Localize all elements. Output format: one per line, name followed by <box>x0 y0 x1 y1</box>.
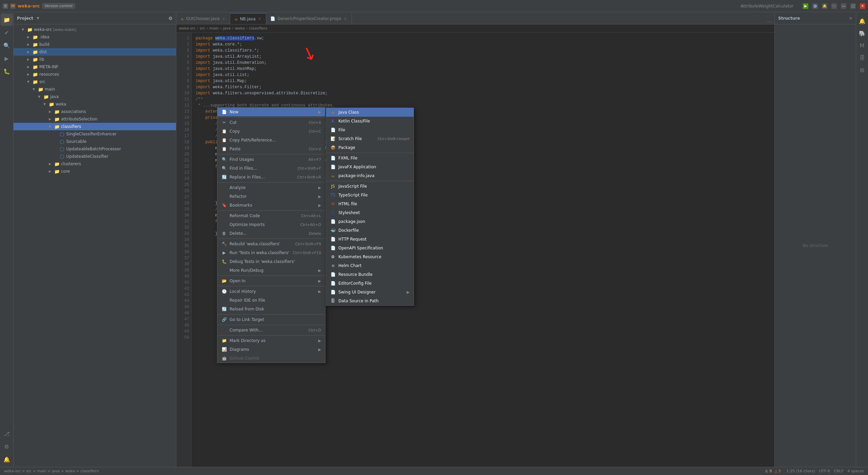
breadcrumb-part-4[interactable]: java <box>223 26 231 31</box>
breadcrumb-part-6[interactable]: classifiers <box>249 26 267 31</box>
submenu-datasource[interactable]: 🗄 Data Source in Path <box>326 297 414 305</box>
minimize-button[interactable]: — <box>841 3 846 9</box>
tree-item-core[interactable]: ▶ 📁 core <box>14 168 176 175</box>
database-button[interactable]: 🗄 <box>856 52 868 64</box>
menu-item-github-copilot[interactable]: 🤖 GitHub Copilot <box>217 354 325 363</box>
tab-generic[interactable]: 📄 GenericPropertiesCreator.props ✕ <box>266 13 352 24</box>
status-line-separator[interactable]: CRLF <box>834 469 844 473</box>
tree-item-updateablebatch[interactable]: ▶ ◯ UpdateableBatchProcessor <box>14 145 176 153</box>
close-button[interactable]: ✕ <box>860 3 865 9</box>
project-tool-button[interactable]: 📁 <box>1 14 13 26</box>
breadcrumb-part-5[interactable]: weka <box>235 26 245 31</box>
git-tool-button[interactable]: ⎇ <box>1 428 13 440</box>
menu-item-debug-tests[interactable]: 🐛 Debug Tests in 'weka.classifiers' <box>217 257 325 266</box>
menu-item-diagrams[interactable]: 📊 Diagrams ▶ <box>217 345 325 354</box>
tree-item-root[interactable]: ▼ 📁 weka-src [weka-stable] <box>14 26 176 33</box>
menu-item-reformat[interactable]: Reformat Code Ctrl+Alt+L <box>217 211 325 220</box>
submenu-java-class[interactable]: ☕ Java Class <box>326 108 414 117</box>
menu-item-more-run[interactable]: More Run/Debug ▶ <box>217 266 325 275</box>
tree-item-dist[interactable]: ▶ 📁 dist <box>14 48 176 56</box>
tab-guichooser[interactable]: ☕ GUIChooser.java ✕ <box>176 13 230 24</box>
version-control-label[interactable]: Version control <box>42 3 75 9</box>
project-name[interactable]: weka-src <box>18 3 40 8</box>
notifications-right-button[interactable]: 🔔 <box>856 15 868 27</box>
submenu-javascript[interactable]: JS JavaScript File <box>326 182 414 191</box>
status-errors[interactable]: △ 5 <box>774 469 781 473</box>
menu-item-cut[interactable]: ✂ Cut Ctrl+X <box>217 118 325 127</box>
run-tool-button[interactable]: ▶ <box>1 52 13 64</box>
menu-item-find-files[interactable]: 🔍 Find in Files... Ctrl+Shift+F <box>217 164 325 173</box>
more-actions[interactable]: ⋯ <box>831 3 837 9</box>
submenu-openapi[interactable]: 📄 OpenAPI Specification <box>326 244 414 252</box>
menu-item-repair-ide[interactable]: Repair IDE on File <box>217 296 325 305</box>
tree-item-attributeselection[interactable]: ▶ 📁 attributeSelection <box>14 115 176 123</box>
menu-item-reload-disk[interactable]: 🔄 Reload from Disk <box>217 305 325 314</box>
tree-item-sourcable[interactable]: ▶ ◯ Sourcable <box>14 138 176 145</box>
tab-guichooser-close[interactable]: ✕ <box>221 17 225 21</box>
menu-item-refactor[interactable]: Refactor ▶ <box>217 192 325 201</box>
maximize-button[interactable]: □ <box>850 3 856 9</box>
submenu-resource-bundle[interactable]: 📄 Resource Bundle <box>326 270 414 279</box>
menu-item-find-usages[interactable]: 🔍 Find Usages Alt+F7 <box>217 155 325 164</box>
tree-settings-icon[interactable]: ⚙ <box>168 16 173 21</box>
submenu-editorconfig[interactable]: 📄 EditorConfig File <box>326 279 414 288</box>
menu-item-paste[interactable]: 📋 Paste Ctrl+V <box>217 145 325 153</box>
terminal-button[interactable]: ⊞ <box>856 64 868 76</box>
submenu-kotlin-class[interactable]: K Kotlin Class/File <box>326 117 414 126</box>
editor-content[interactable]: 12345 678910 1112131415 1617181920 21222… <box>176 33 774 467</box>
breadcrumb-part-3[interactable]: main <box>210 26 219 31</box>
submenu-package[interactable]: 📦 Package <box>326 143 414 152</box>
menu-item-mark-directory[interactable]: 📁 Mark Directory as ▶ <box>217 336 325 345</box>
tab-nb-close[interactable]: ✕ <box>258 17 262 21</box>
commit-tool-button[interactable]: ✔ <box>1 26 13 39</box>
status-warnings[interactable]: ⚠ 9 <box>765 469 772 473</box>
submenu-stylesheet[interactable]: C Stylesheet <box>326 208 414 217</box>
menu-item-delete[interactable]: 🗑 Delete... Delete <box>217 229 325 238</box>
menu-item-new[interactable]: 📄 New ▶ ☕ Java Class K Kotlin Class/File <box>217 108 325 116</box>
submenu-fxml[interactable]: 📄 FXML File <box>326 154 414 163</box>
status-path[interactable]: weka-src > src > main > java > weka > cl… <box>4 469 99 473</box>
status-position[interactable]: 1:25 (16 chars) <box>786 469 815 473</box>
submenu-file[interactable]: 📄 File <box>326 126 414 134</box>
gradle-button[interactable]: 🐘 <box>856 27 868 39</box>
menu-item-bookmarks[interactable]: 🔖 Bookmarks ▶ <box>217 201 325 210</box>
tree-item-main[interactable]: ▼ 📁 main <box>14 86 176 93</box>
breadcrumb-part-2[interactable]: src <box>200 26 205 31</box>
menu-item-go-link[interactable]: 🔗 Go to Link Target <box>217 315 325 324</box>
tree-item-metainf[interactable]: ▶ 📁 META-INF <box>14 63 176 71</box>
menu-item-copy-path[interactable]: 📋 Copy Path/Reference... <box>217 136 325 145</box>
tree-item-clusters[interactable]: ▶ 📁 clusterers <box>14 160 176 168</box>
submenu-javafx[interactable]: 📄 JavaFX Application <box>326 163 414 171</box>
submenu-swing[interactable]: 📄 Swing UI Designer ▶ <box>326 288 414 297</box>
menu-item-local-history[interactable]: 🕒 Local History ▶ <box>217 287 325 296</box>
tab-nb[interactable]: ☕ NB.java ✕ <box>230 13 266 24</box>
tree-item-associations[interactable]: ▶ 📁 associations <box>14 108 176 115</box>
tree-item-src[interactable]: ▼ 📁 src <box>14 78 176 86</box>
notifications-button[interactable]: 🔔 <box>1 453 13 466</box>
submenu-packagejson[interactable]: 📄 package.json <box>326 217 414 226</box>
settings-tool-button[interactable]: ⚙ <box>1 440 13 453</box>
tree-item-lib[interactable]: ▶ 📁 lib <box>14 56 176 63</box>
submenu-package-info[interactable]: ☕ package-info.java <box>326 171 414 180</box>
debug-button[interactable]: ⬤ <box>812 3 818 9</box>
submenu-dockerfile[interactable]: 🐳 Dockerfile <box>326 226 414 235</box>
search-tool-button[interactable]: 🔍 <box>1 39 13 52</box>
menu-icon[interactable]: ☰ <box>3 3 8 9</box>
submenu-scratch-file[interactable]: 📝 Scratch File Ctrl+Shift+Insert <box>326 134 414 143</box>
submenu-typescript[interactable]: TS TypeScript File <box>326 191 414 200</box>
menu-item-compare[interactable]: Compare With... Ctrl+D <box>217 326 325 335</box>
tree-item-updateableclassifier[interactable]: ▶ ◯ UpdateableClassifier <box>14 153 176 160</box>
menu-item-run-tests[interactable]: ▶ Run 'Tests in weka.classifiers' Ctrl+S… <box>217 248 325 257</box>
submenu-html[interactable]: H HTML file <box>326 200 414 208</box>
submenu-helm[interactable]: ⎋ Helm Chart <box>326 261 414 270</box>
build-button[interactable]: 🔔 <box>822 3 827 9</box>
menu-item-analyze[interactable]: Analyze ▶ <box>217 183 325 192</box>
tab-generic-close[interactable]: ✕ <box>343 17 347 21</box>
menu-item-copy[interactable]: 📋 Copy Ctrl+C <box>217 127 325 136</box>
menu-item-rebuild[interactable]: 🔨 Rebuild 'weka.classifiers' Ctrl+Shift+… <box>217 240 325 248</box>
tree-item-weka[interactable]: ▼ 📁 weka <box>14 100 176 108</box>
tabs-more-button[interactable]: ⋯ <box>764 19 774 24</box>
tree-item-idea[interactable]: ▶ 📁 .idea <box>14 33 176 41</box>
run-button[interactable]: ▶ <box>803 3 808 9</box>
tree-item-resources[interactable]: ▶ 📁 resources <box>14 71 176 78</box>
